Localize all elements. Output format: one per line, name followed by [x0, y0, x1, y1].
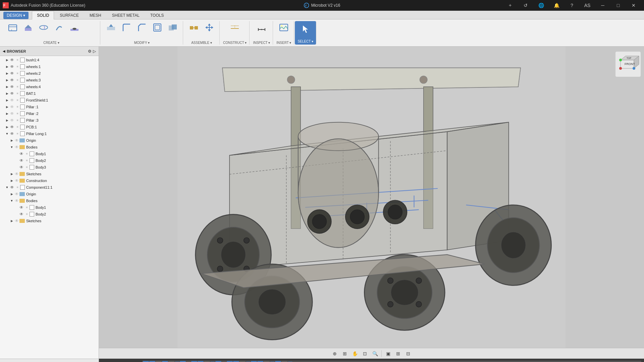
tree-arrow-wheels4[interactable]: ▶ [5, 84, 9, 89]
tree-light-pillarlong1[interactable]: ☀ [15, 131, 20, 136]
tree-item-component11[interactable]: ▼ 👁 ☀ Component11:1 [0, 184, 99, 191]
tree-item-body3-a[interactable]: ▶ 👁 ☀ Body3 [0, 164, 99, 171]
tab-surface[interactable]: SURFACE [55, 11, 84, 19]
tree-eye-wheels2[interactable]: 👁 [9, 71, 15, 76]
tree-light-wheels1[interactable]: ☀ [15, 64, 20, 69]
tree-arrow-component11[interactable]: ▼ [5, 185, 9, 190]
tree-eye-pillar3[interactable]: 👁 [9, 118, 15, 123]
tree-eye-pillarlong1[interactable]: 👁 [9, 131, 15, 136]
pan-btn[interactable]: ✋ [351, 349, 359, 358]
tree-arrow-wheels1[interactable]: ▶ [5, 64, 9, 69]
timeline-play-btn[interactable]: ▶ [118, 361, 124, 362]
tree-check-pillar2[interactable] [20, 111, 25, 116]
view-cube[interactable]: FRONT TOP [614, 50, 641, 77]
tree-light-body1-b[interactable]: ☀ [24, 205, 30, 210]
timeline-track[interactable] [142, 361, 641, 362]
tree-eye-bat1[interactable]: 👁 [9, 91, 15, 96]
tree-check-wheels2[interactable] [20, 71, 25, 76]
tab-mesh[interactable]: MESH [85, 11, 106, 19]
tree-light-pillar3[interactable]: ☀ [15, 118, 20, 123]
tree-light-component11[interactable]: ☀ [15, 185, 20, 190]
design-dropdown[interactable]: DESIGN ▾ [3, 12, 29, 19]
tree-item-frontshield1[interactable]: ▶ 👁 ☀ FrontShield:1 [0, 97, 99, 104]
tree-eye-wheels1[interactable]: 👁 [9, 64, 15, 69]
tree-check-pillar3[interactable] [20, 118, 25, 123]
tree-item-pillar1[interactable]: ▶ 👁 ☀ Pillar :1 [0, 104, 99, 110]
tree-check-wheels4[interactable] [20, 84, 25, 89]
tree-eye-body2-a[interactable]: 👁 [19, 158, 24, 163]
tree-arrow-sketches-b[interactable]: ▶ [9, 219, 14, 223]
joint-btn[interactable] [186, 21, 201, 34]
tree-item-pcb1[interactable]: ▶ 👁 ☀ PCB:1 [0, 124, 99, 130]
tree-item-bodies-b[interactable]: ▼ 👁 Bodies [0, 197, 99, 204]
canvas-viewport[interactable]: FRONT TOP ⊕ ⊞ ✋ ⊡ 🔍 ▣ ⊞ ⊟ [99, 47, 644, 359]
tree-item-pillar3[interactable]: ▶ 👁 ☀ Pillar :3 [0, 117, 99, 124]
tree-item-bush1[interactable]: ▶ 👁 ☀ bush1:4 [0, 57, 99, 63]
tree-eye-pillar2[interactable]: 👁 [9, 111, 15, 116]
tree-light-wheels3[interactable]: ☀ [15, 77, 20, 83]
tree-item-body2-b[interactable]: ▶ 👁 ☀ Body2 [0, 211, 99, 218]
tree-arrow-bodies-a[interactable]: ▼ [9, 145, 14, 149]
close-btn[interactable]: ✕ [626, 0, 641, 11]
tree-item-bodies-a[interactable]: ▼ 👁 Bodies [0, 144, 99, 150]
minimize-btn[interactable]: ─ [595, 0, 610, 11]
tree-check-body2-a[interactable] [30, 158, 34, 163]
tree-light-body1-a[interactable]: ☀ [24, 151, 30, 157]
tree-eye-bush1[interactable]: 👁 [9, 57, 15, 63]
shell-btn[interactable] [150, 21, 165, 34]
tab-tools[interactable]: TOOLS [145, 11, 169, 19]
insert-image-btn[interactable] [276, 21, 291, 34]
tree-eye-pillar1[interactable]: 👁 [9, 104, 15, 110]
tree-arrow-wheels3[interactable]: ▶ [5, 78, 9, 82]
tree-arrow-pillar2[interactable]: ▶ [5, 111, 9, 116]
tree-arrow-pillar3[interactable]: ▶ [5, 118, 9, 123]
tree-check-body2-b[interactable] [30, 212, 34, 217]
timeline-prev-btn[interactable]: ◀ [110, 361, 117, 362]
tree-arrow-pillar1[interactable]: ▶ [5, 105, 9, 109]
tree-light-wheels4[interactable]: ☀ [15, 84, 20, 89]
browser-collapse-btn[interactable]: ◀ [3, 49, 5, 53]
tree-light-body2-b[interactable]: ☀ [24, 212, 30, 217]
browser-filter-btn[interactable]: ⚙ [88, 49, 92, 54]
tree-arrow-origin-b[interactable]: ▶ [9, 192, 14, 196]
tree-eye-wheels3[interactable]: 👁 [9, 77, 15, 83]
tree-check-pcb1[interactable] [20, 125, 25, 129]
tree-eye-body1-b[interactable]: 👁 [19, 205, 24, 210]
fillet-btn[interactable] [83, 21, 97, 34]
tree-item-body1-a[interactable]: ▶ 👁 ☀ Body1 [0, 150, 99, 157]
tree-eye-sketches-b[interactable]: 👁 [14, 218, 19, 224]
tree-check-component11[interactable] [20, 185, 25, 190]
tree-light-bush1[interactable]: ☀ [15, 57, 20, 63]
tree-check-bat1[interactable] [20, 91, 25, 96]
tree-item-origin-a[interactable]: ▶ 👁 Origin [0, 137, 99, 144]
zoom-fit-btn[interactable]: ⊡ [361, 349, 369, 358]
tree-check-body3-a[interactable] [30, 165, 34, 170]
tree-check-body1-b[interactable] [30, 205, 34, 210]
zoom-btn[interactable]: 🔍 [371, 349, 379, 358]
tree-check-body1-a[interactable] [30, 152, 34, 156]
tree-item-wheels4[interactable]: ▶ 👁 ☀ wheels:4 [0, 83, 99, 90]
tree-eye-body2-b[interactable]: 👁 [19, 212, 24, 217]
hole-btn[interactable] [67, 21, 82, 34]
browser-expand-btn[interactable]: ▷ [93, 49, 96, 54]
tree-eye-body1-a[interactable]: 👁 [19, 151, 24, 157]
refresh-btn[interactable]: ↺ [518, 0, 533, 11]
tree-eye-wheels4[interactable]: 👁 [9, 84, 15, 89]
tab-solid[interactable]: SOLID [32, 11, 54, 19]
tree-item-body2-a[interactable]: ▶ 👁 ☀ Body2 [0, 157, 99, 164]
press-pull-btn[interactable] [104, 21, 118, 34]
tree-eye-sketches-a[interactable]: 👁 [14, 171, 19, 177]
tree-arrow-pcb1[interactable]: ▶ [5, 125, 9, 129]
maximize-btn[interactable]: □ [610, 0, 626, 11]
tree-check-wheels3[interactable] [20, 78, 25, 82]
tree-item-wheels3[interactable]: ▶ 👁 ☀ wheels:3 [0, 77, 99, 83]
tree-light-pillar2[interactable]: ☀ [15, 111, 20, 116]
tree-eye-pcb1[interactable]: 👁 [9, 124, 15, 130]
tree-light-frontshield1[interactable]: ☀ [15, 98, 20, 103]
grid-btn[interactable]: ⊞ [394, 349, 402, 358]
visual-btn[interactable]: ⊟ [404, 349, 413, 358]
tree-check-frontshield1[interactable] [20, 98, 25, 103]
tree-arrow-frontshield1[interactable]: ▶ [5, 98, 9, 103]
display-btn[interactable]: ▣ [384, 349, 392, 358]
tree-light-pcb1[interactable]: ☀ [15, 124, 20, 130]
